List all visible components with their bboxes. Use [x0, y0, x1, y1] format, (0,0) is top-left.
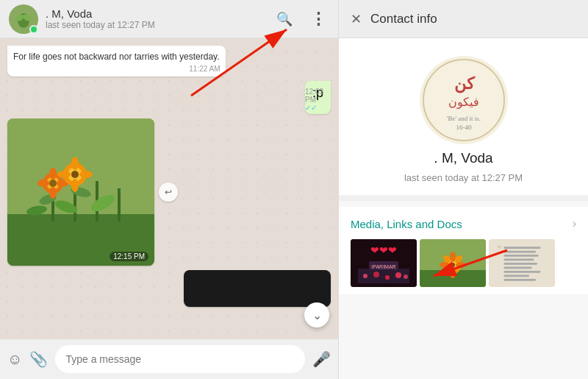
svg-point-39 — [363, 274, 368, 278]
avatar-calligraphy: كن فيكون 'Be' and it is. 16-40 — [420, 56, 508, 144]
close-button[interactable]: ✕ — [351, 11, 362, 27]
thumb2-image — [420, 239, 486, 287]
flower-image — [7, 118, 154, 266]
svg-text:16-40: 16-40 — [456, 124, 471, 131]
message-time: 12:03 PM ✓✓ — [305, 88, 326, 112]
flower-svg — [7, 118, 154, 266]
mic-icon[interactable]: 🎤 — [312, 350, 331, 368]
chat-input-bar: ☺ 📎 🎤 — [0, 339, 338, 379]
forward-button[interactable]: ↩ — [159, 183, 178, 202]
svg-point-15 — [49, 168, 57, 180]
media-links-docs-link[interactable]: Media, Links and Docs › — [351, 217, 576, 230]
more-menu-icon[interactable]: ⋮ — [307, 7, 329, 32]
media-chevron-icon: › — [573, 217, 576, 230]
message-text: For life goes not backward nor tarries w… — [13, 52, 220, 62]
svg-rect-66 — [503, 271, 540, 273]
media-thumbnail-3[interactable]: " — [489, 239, 555, 287]
chat-panel: . M, Voda last seen today at 12:27 PM 🔍 … — [0, 0, 338, 379]
attach-icon[interactable]: 📎 — [29, 350, 48, 368]
contact-panel-body: كن فيكون 'Be' and it is. 16-40 . M, Voda… — [339, 38, 588, 379]
svg-point-22 — [71, 157, 79, 170]
emoji-picker-icon[interactable]: ☺ — [7, 351, 22, 368]
message-input[interactable] — [55, 345, 305, 373]
svg-text:كن: كن — [453, 74, 475, 93]
svg-rect-9 — [118, 188, 121, 222]
svg-point-21 — [71, 171, 79, 178]
message-time: 11:22 AM — [189, 64, 220, 74]
svg-point-40 — [373, 272, 379, 277]
media-links-label: Media, Links and Docs — [351, 218, 462, 230]
svg-point-16 — [49, 187, 57, 199]
media-thumbnail-2[interactable] — [420, 239, 486, 287]
svg-point-17 — [37, 180, 49, 187]
panel-title: Contact info — [370, 12, 437, 26]
svg-rect-68 — [503, 279, 536, 281]
svg-point-51 — [451, 263, 455, 267]
contact-display-name: . M, Voda — [434, 150, 492, 166]
svg-rect-60 — [503, 247, 540, 249]
contact-profile-avatar[interactable]: كن فيكون 'Be' and it is. 16-40 — [420, 56, 508, 144]
svg-rect-61 — [503, 251, 536, 253]
svg-point-23 — [71, 179, 79, 192]
svg-text:IPARIMAR: IPARIMAR — [371, 264, 395, 269]
contact-last-seen: last seen today at 12:27 PM — [404, 172, 523, 183]
svg-point-54 — [440, 262, 450, 268]
message-received-text: For life goes not backward nor tarries w… — [7, 46, 226, 77]
contact-profile-section: كن فيكون 'Be' and it is. 16-40 . M, Voda… — [339, 38, 588, 201]
contact-info-panel: ✕ Contact info كن فيكون 'Be' and it — [338, 0, 588, 379]
thumb1-image: IPARIMAR ❤❤❤ — [351, 239, 417, 287]
svg-point-53 — [450, 268, 456, 278]
chat-messages: For life goes not backward nor tarries w… — [0, 38, 338, 339]
svg-rect-64 — [503, 263, 537, 265]
header-contact-status: last seen today at 12:27 PM — [46, 20, 266, 30]
thumb3-image: " — [492, 239, 552, 287]
svg-point-55 — [456, 262, 466, 268]
message-sent-emoji: :p 12:03 PM ✓✓ — [305, 81, 331, 114]
video-message — [184, 270, 331, 307]
svg-point-14 — [49, 180, 57, 187]
image-message-wrapper: 12:15 PM ↩ — [7, 118, 154, 266]
svg-point-24 — [57, 171, 71, 178]
svg-rect-65 — [503, 267, 531, 269]
media-links-docs-section: Media, Links and Docs › — [339, 207, 588, 294]
svg-text:❤❤❤: ❤❤❤ — [370, 244, 397, 256]
search-icon[interactable]: 🔍 — [273, 8, 295, 30]
chat-header: . M, Voda last seen today at 12:27 PM 🔍 … — [0, 0, 338, 38]
svg-point-43 — [404, 274, 408, 279]
header-contact-info[interactable]: . M, Voda last seen today at 12:27 PM — [46, 7, 266, 30]
contact-avatar-image: كن فيكون 'Be' and it is. 16-40 — [420, 56, 508, 144]
media-thumbnail-1[interactable]: IPARIMAR ❤❤❤ — [351, 239, 417, 287]
svg-text:فيكون: فيكون — [448, 96, 479, 109]
media-thumbnails: IPARIMAR ❤❤❤ — [351, 239, 576, 287]
svg-rect-62 — [503, 255, 538, 257]
svg-text:": " — [497, 244, 501, 255]
header-contact-name: . M, Voda — [46, 7, 266, 20]
svg-point-41 — [385, 275, 390, 280]
svg-rect-67 — [503, 274, 529, 277]
svg-rect-63 — [503, 259, 534, 261]
scroll-down-button[interactable]: ⌄ — [304, 302, 329, 327]
contact-avatar[interactable] — [9, 4, 38, 34]
image-time: 12:15 PM — [110, 252, 148, 261]
header-actions: 🔍 ⋮ — [273, 7, 329, 32]
contact-panel-header: ✕ Contact info — [339, 0, 588, 38]
svg-text:'Be' and it is.: 'Be' and it is. — [446, 115, 480, 122]
online-status-dot — [29, 25, 38, 34]
svg-point-42 — [395, 272, 401, 278]
svg-point-25 — [79, 171, 93, 178]
svg-point-52 — [450, 252, 456, 262]
image-message[interactable]: 12:15 PM — [7, 118, 154, 266]
